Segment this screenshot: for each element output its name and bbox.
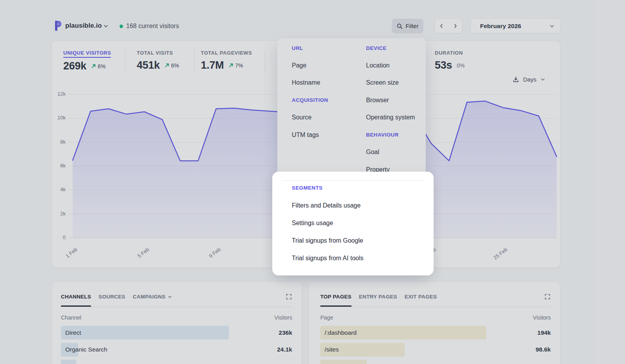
plausible-dashboard: plausible.io 168 current visitors Filter…	[0, 0, 625, 364]
segments-spotlight: SEGMENTS Filters and Details usageSettin…	[272, 172, 434, 275]
segment-item-trial-signups-from-ai-tools[interactable]: Trial signups from AI tools	[292, 249, 424, 267]
segment-item-trial-signups-from-google[interactable]: Trial signups from Google	[292, 232, 424, 249]
segments-list: Filters and Details usageSettings usageT…	[292, 197, 424, 267]
segments-divider	[282, 180, 424, 181]
segments-title: SEGMENTS	[292, 185, 323, 191]
segment-item-filters-and-details-usage[interactable]: Filters and Details usage	[292, 197, 424, 214]
segment-item-settings-usage[interactable]: Settings usage	[292, 214, 424, 232]
